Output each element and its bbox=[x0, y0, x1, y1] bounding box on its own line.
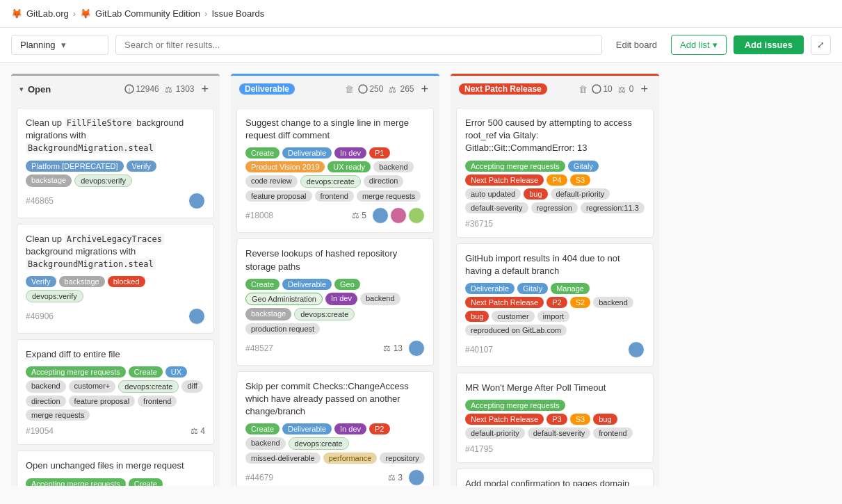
tag-item[interactable]: Accepting merge requests bbox=[26, 366, 126, 377]
tag-item[interactable]: Accepting merge requests bbox=[465, 400, 565, 411]
table-row[interactable]: Suggest change to a single line in merge… bbox=[236, 108, 434, 233]
tag-item[interactable]: Gitaly bbox=[568, 161, 599, 172]
tag-item[interactable]: customer+ bbox=[69, 380, 116, 393]
tag-item[interactable]: performance bbox=[323, 453, 378, 464]
tag-item[interactable]: bug bbox=[593, 414, 617, 425]
tag-item[interactable]: reproduced on GitLab.com bbox=[465, 325, 567, 336]
tag-item[interactable]: S3 bbox=[570, 174, 590, 186]
tag-item[interactable]: Verify bbox=[127, 161, 157, 172]
planning-dropdown[interactable]: Planning ▾ bbox=[11, 35, 108, 55]
tag-item[interactable]: Product Vision 2019 bbox=[245, 161, 325, 172]
tag-item[interactable]: Deliverable bbox=[282, 279, 332, 290]
nav-org-link[interactable]: GitLab.org bbox=[26, 8, 69, 19]
table-row[interactable]: Skip per commit Checks::ChangeAccess whi… bbox=[236, 371, 434, 486]
fullscreen-button[interactable]: ⤢ bbox=[811, 35, 831, 55]
tag-item[interactable]: merge requests bbox=[357, 190, 421, 202]
tag-item[interactable]: In dev bbox=[325, 293, 357, 305]
tag-item[interactable]: Next Patch Release bbox=[465, 414, 544, 425]
tag-item[interactable]: default-priority bbox=[465, 428, 525, 439]
tag-item[interactable]: backend bbox=[373, 161, 414, 172]
tag-item[interactable]: missed-deliverable bbox=[245, 453, 321, 464]
tag-item[interactable]: P3 bbox=[547, 414, 567, 425]
tag-item[interactable]: direction bbox=[26, 396, 66, 407]
tag-item[interactable]: Deliverable bbox=[465, 283, 515, 294]
table-row[interactable]: GitHub import results in 404 due to not … bbox=[456, 243, 654, 367]
tag-item[interactable]: devops:create bbox=[294, 308, 355, 320]
tag-item[interactable]: diff bbox=[181, 380, 202, 393]
tag-item[interactable]: Platform [DEPRECATED] bbox=[26, 161, 124, 172]
tag-item[interactable]: Create bbox=[245, 147, 280, 158]
tag-item[interactable]: Gitaly bbox=[517, 283, 548, 294]
tag-item[interactable]: devops:create bbox=[300, 175, 361, 188]
tag-item[interactable]: Verify bbox=[26, 276, 56, 287]
tag-item[interactable]: default-severity bbox=[528, 428, 591, 439]
tag-item[interactable]: direction bbox=[364, 175, 404, 188]
tag-item[interactable]: customer bbox=[492, 311, 534, 322]
tag-item[interactable]: Create bbox=[245, 423, 280, 434]
table-row[interactable]: Open unchanged files in merge request Ac… bbox=[17, 450, 214, 486]
add-issues-button[interactable]: Add issues bbox=[734, 35, 804, 54]
tag-item[interactable]: backend bbox=[593, 297, 633, 308]
add-list-button[interactable]: Add list ▾ bbox=[671, 35, 727, 55]
tag-item[interactable]: Create bbox=[129, 478, 163, 487]
nav-project-link[interactable]: GitLab Community Edition bbox=[95, 8, 200, 19]
tag-item[interactable]: code review bbox=[245, 175, 298, 188]
tag-item[interactable]: default-severity bbox=[465, 202, 528, 213]
tag-item[interactable]: P2 bbox=[547, 297, 567, 308]
tag-item[interactable]: merge requests bbox=[26, 409, 90, 421]
tag-item[interactable]: backstage bbox=[245, 308, 291, 320]
tag-item[interactable]: bug bbox=[524, 188, 547, 200]
tag-item[interactable]: backend bbox=[360, 293, 400, 305]
tag-item[interactable]: backend bbox=[245, 437, 286, 450]
tag-item[interactable]: S3 bbox=[570, 414, 590, 425]
tag-item[interactable]: devops:verify bbox=[26, 290, 83, 302]
tag-item[interactable]: import bbox=[537, 311, 570, 322]
col-add-button[interactable]: + bbox=[198, 83, 211, 95]
table-row[interactable]: Add modal confirmation to pages domain bbox=[456, 469, 654, 486]
tag-item[interactable]: Next Patch Release bbox=[465, 174, 544, 186]
tag-item[interactable]: production request bbox=[245, 323, 320, 334]
tag-item[interactable]: blocked bbox=[108, 276, 145, 287]
tag-item[interactable]: P4 bbox=[547, 174, 567, 186]
tag-item[interactable]: auto updated bbox=[465, 188, 521, 200]
tag-item[interactable]: Accepting merge requests bbox=[26, 478, 126, 487]
tag-item[interactable]: feature proposal bbox=[245, 190, 312, 202]
tag-item[interactable]: P1 bbox=[369, 147, 389, 158]
col-add-button[interactable]: + bbox=[638, 83, 651, 95]
tag-item[interactable]: devops:verify bbox=[74, 174, 132, 187]
tag-item[interactable]: frontend bbox=[593, 428, 632, 439]
col-trash-button[interactable]: 🗑 bbox=[345, 84, 354, 95]
tag-item[interactable]: S2 bbox=[570, 297, 590, 308]
tag-item[interactable]: UX bbox=[165, 366, 187, 377]
collapse-icon[interactable]: ▾ bbox=[19, 85, 24, 94]
table-row[interactable]: Clean up FillFileStore background migrat… bbox=[17, 108, 214, 218]
tag-item[interactable]: In dev bbox=[334, 147, 366, 158]
tag-item[interactable]: frontend bbox=[315, 190, 354, 202]
col-add-button[interactable]: + bbox=[418, 83, 431, 95]
tag-item[interactable]: Deliverable bbox=[282, 147, 332, 158]
tag-item[interactable]: default-priority bbox=[551, 188, 610, 200]
tag-item[interactable]: bug bbox=[465, 311, 489, 322]
tag-item[interactable]: regression bbox=[531, 202, 578, 213]
tag-item[interactable]: UX ready bbox=[327, 161, 371, 172]
tag-item[interactable]: Create bbox=[245, 279, 280, 290]
tag-item[interactable]: devops:create bbox=[118, 380, 179, 393]
search-input[interactable] bbox=[115, 35, 602, 55]
tag-item[interactable]: regression:11.3 bbox=[581, 202, 645, 213]
table-row[interactable]: Reverse lookups of hashed repository sto… bbox=[236, 238, 434, 365]
table-row[interactable]: Clean up ArchiveLegacyTraces background … bbox=[17, 224, 214, 334]
table-row[interactable]: Expand diff to entire file Accepting mer… bbox=[17, 339, 214, 445]
tag-item[interactable]: backstage bbox=[26, 174, 72, 187]
tag-item[interactable]: Accepting merge requests bbox=[465, 161, 565, 172]
tag-item[interactable]: Geo bbox=[334, 279, 360, 290]
tag-item[interactable]: P2 bbox=[369, 423, 389, 434]
edit-board-button[interactable]: Edit board bbox=[609, 35, 664, 54]
tag-item[interactable]: backend bbox=[26, 380, 66, 393]
tag-item[interactable]: backstage bbox=[59, 276, 105, 287]
tag-item[interactable]: repository bbox=[380, 453, 424, 464]
tag-item[interactable]: feature proposal bbox=[69, 396, 136, 407]
tag-item[interactable]: Next Patch Release bbox=[465, 297, 544, 308]
tag-item[interactable]: In dev bbox=[334, 423, 366, 434]
tag-item[interactable]: Geo Administration bbox=[245, 293, 323, 305]
table-row[interactable]: MR Won't Merge After Poll Timeout Accept… bbox=[456, 373, 654, 463]
